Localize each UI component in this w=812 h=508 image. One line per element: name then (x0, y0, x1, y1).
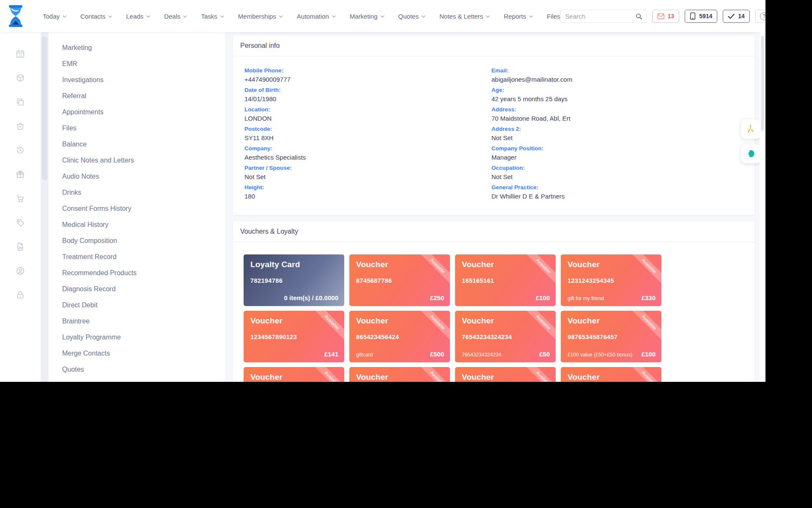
field-value: 180 (244, 192, 491, 201)
page-scrollbar[interactable] (760, 32, 765, 382)
nav-menu-item[interactable]: Notes & Letters (439, 13, 490, 20)
field-value: SY11 8XH (244, 134, 491, 142)
main-content: Personal info Mobile Phone: +44749000977… (225, 32, 765, 382)
nav-menu-item[interactable]: Deals (164, 13, 187, 20)
voucher-tile[interactable]: Voucher 1234567890123 £141 Available (244, 311, 344, 362)
sidebar-item[interactable]: Investigations (62, 72, 225, 88)
navbar-right: 13 5914 14 ? LONDON SUPPORT (560, 8, 765, 25)
voucher-tile[interactable]: Voucher 98765345876457 £100 value (£50+£… (561, 311, 661, 362)
voucher-grid: Loyalty Card 782194786 0 item(s) / £0.00… (233, 242, 754, 382)
info-field: Address: 70 Maidstone Road, Abl, Ert (491, 106, 738, 123)
fields-left-column: Mobile Phone: +447490009777 Date of Birt… (244, 67, 491, 204)
sidebar-item[interactable]: Referral (62, 88, 225, 104)
main-menu: Today Contacts Leads Deals (43, 13, 560, 20)
nav-menu-item[interactable]: Marketing (350, 13, 384, 20)
messages-badge[interactable]: 13 (652, 10, 680, 23)
sidebar-item[interactable]: Files (62, 120, 225, 136)
chat-widget-button[interactable] (741, 144, 760, 163)
field-value: Not Set (244, 173, 491, 181)
shopping-bag-icon[interactable] (10, 114, 30, 138)
phone-icon (690, 12, 696, 20)
nav-menu-item[interactable]: Today (43, 13, 66, 20)
nav-menu-label: Tasks (201, 13, 217, 20)
info-field: Date of Birth: 14/01/1980 (244, 87, 491, 103)
nav-menu-item[interactable]: Quotes (398, 13, 425, 20)
lock-icon[interactable] (10, 283, 30, 307)
info-field: Height: 180 (244, 184, 491, 201)
nav-menu-label: Leads (126, 13, 143, 20)
voucher-tile[interactable]: Voucher 865423456424 giftcard £500 Avail… (349, 311, 450, 362)
history-icon[interactable] (10, 138, 30, 162)
nav-menu-item[interactable]: Automation (297, 13, 336, 20)
vouchers-loyalty-title: Vouchers & Loyalty (233, 221, 754, 242)
sidebar-item[interactable]: Audio Notes (62, 168, 225, 185)
field-value: Dr Whillier D E & Partners (491, 192, 738, 201)
sidebar-item[interactable]: Direct Debit (62, 297, 225, 313)
field-label: Address: (491, 106, 738, 113)
sidebar-item[interactable]: Appointments (62, 104, 225, 120)
field-label: Height: (244, 184, 491, 190)
sidebar-item[interactable]: Quotes (62, 362, 225, 378)
announcements-widget-button[interactable] (741, 119, 760, 139)
voucher-tile[interactable]: Voucher 165165161 £100 Available (455, 254, 556, 306)
info-field: Age: 42 years 5 months 25 days (491, 87, 738, 103)
voucher-description: 76543234324234 (462, 352, 501, 358)
sidebar-item[interactable]: Recommended Products (62, 265, 225, 281)
cart-icon[interactable] (10, 186, 30, 210)
voucher-description: giftcard (356, 352, 373, 358)
copy-icon[interactable] (10, 90, 30, 114)
phone-badge[interactable]: 5914 (685, 10, 717, 23)
search-input[interactable] (565, 13, 635, 20)
sidebar-scrollbar-thumb[interactable] (42, 36, 47, 180)
sidebar-item[interactable]: Body Composition (62, 233, 225, 249)
sidebar-item[interactable]: Merge Contacts (62, 345, 225, 362)
calendar-icon[interactable]: 12 (10, 41, 30, 66)
sidebar-item[interactable]: Consent Forms History (62, 201, 225, 217)
voucher-tile[interactable]: Voucher Available (244, 367, 344, 382)
sidebar-item[interactable]: Diagnosis Record (62, 281, 225, 297)
sidebar-item[interactable]: Medical History (62, 217, 225, 233)
field-value: Not Set (491, 173, 738, 181)
field-value: 42 years 5 months 25 days (491, 95, 738, 103)
voucher-tile[interactable]: Voucher 76543234324234 76543234324234 £5… (455, 311, 556, 362)
chevron-down-icon (422, 15, 425, 18)
info-field: Company Position: Manager (491, 145, 738, 162)
voucher-amount: £250 (430, 294, 444, 301)
sidebar-scrollbar (41, 32, 49, 382)
voucher-tile[interactable]: Voucher Available (455, 367, 556, 382)
voucher-tile[interactable]: Loyalty Card 782194786 0 item(s) / £0.00… (244, 254, 344, 306)
info-field: Partner / Spouse: Not Set (244, 165, 491, 181)
sidebar-item[interactable]: EMR (62, 56, 225, 72)
sidebar-item[interactable]: Clinic Notes and Letters (62, 152, 225, 168)
price-tag-icon[interactable] (10, 210, 30, 235)
search-icon[interactable] (635, 13, 642, 20)
sidebar-item[interactable]: Drinks (62, 185, 225, 201)
nav-menu-item[interactable]: Tasks (201, 13, 224, 20)
nav-menu-item[interactable]: Memberships (238, 13, 283, 20)
tasks-badge[interactable]: 14 (723, 10, 750, 23)
report-icon[interactable] (10, 235, 30, 259)
voucher-tile[interactable]: Voucher 1231243254345 gift for my friend… (561, 254, 661, 306)
gift-icon[interactable] (10, 162, 30, 186)
nav-menu-item[interactable]: Files (547, 13, 560, 20)
envelope-icon (657, 13, 664, 19)
voucher-tile[interactable]: Voucher 8745687786 £250 Available (349, 254, 450, 306)
sidebar-item[interactable]: Braintree (62, 313, 225, 329)
help-button[interactable]: ? (755, 10, 765, 23)
nav-menu-item[interactable]: Contacts (80, 13, 112, 20)
sidebar-item[interactable]: Balance (62, 136, 225, 152)
user-circle-icon[interactable] (10, 259, 30, 283)
field-label: Company: (244, 145, 491, 152)
app-logo[interactable] (7, 4, 24, 30)
sidebar-item[interactable]: Marketing (62, 40, 225, 56)
page-scrollbar-thumb[interactable] (761, 36, 764, 131)
nav-menu-item[interactable]: Reports (504, 13, 533, 20)
package-icon[interactable] (10, 66, 30, 90)
chevron-down-icon (486, 15, 490, 18)
nav-menu-item[interactable]: Leads (126, 13, 150, 20)
voucher-tile[interactable]: Voucher Available (561, 367, 661, 382)
voucher-number: 98765345876457 (568, 334, 618, 340)
sidebar-item[interactable]: Loyalty Programme (62, 329, 225, 345)
sidebar-item[interactable]: Treatment Record (62, 249, 225, 265)
voucher-tile[interactable]: Voucher Available (349, 367, 450, 382)
